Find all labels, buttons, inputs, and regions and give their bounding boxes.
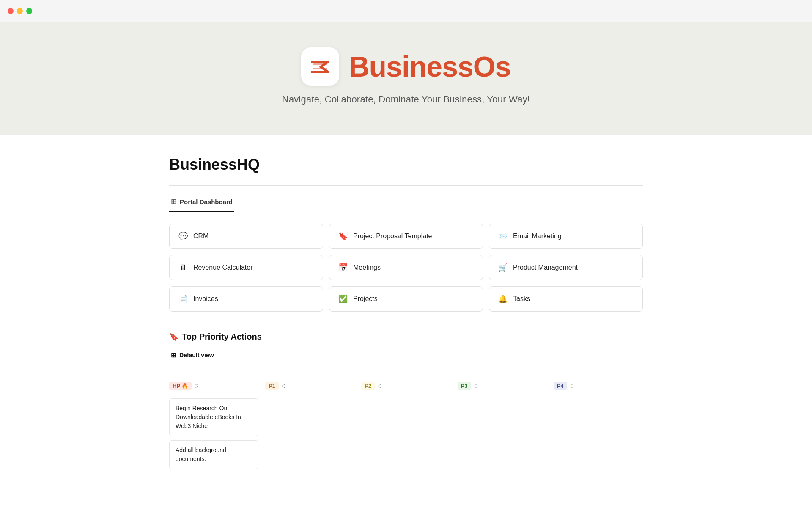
priority-count-hp: 2	[195, 383, 198, 389]
main-content: BusinessHQ ⊞ Portal Dashboard 💬 CRM 🔖 Pr…	[135, 135, 677, 494]
page-title: BusinessHQ	[169, 156, 643, 174]
divider	[169, 185, 643, 186]
priority-tab-bar: ⊞ Default view	[169, 348, 643, 364]
product-management-icon: 🛒	[498, 263, 508, 272]
priority-count-p3: 0	[475, 383, 478, 389]
badge-p1: P1	[265, 382, 279, 390]
revenue-calculator-label: Revenue Calculator	[193, 264, 253, 271]
meetings-label: Meetings	[353, 264, 381, 271]
card-meetings[interactable]: 📅 Meetings	[329, 255, 483, 280]
badge-p3: P3	[458, 382, 471, 390]
projects-label: Projects	[353, 295, 378, 303]
email-marketing-label: Email Marketing	[513, 232, 562, 240]
crm-label: CRM	[193, 232, 208, 240]
default-view-icon: ⊞	[171, 352, 176, 359]
card-email-marketing[interactable]: 📨 Email Marketing	[489, 224, 643, 249]
logo-icon	[301, 47, 339, 86]
hero-title: BusinessOs	[348, 50, 510, 83]
card-crm[interactable]: 💬 CRM	[169, 224, 323, 249]
dashboard-icon: ⊞	[171, 198, 176, 206]
priority-columns: HP 🔥 2 Begin Research On Downloadable eB…	[169, 373, 643, 469]
default-view-label: Default view	[179, 352, 214, 359]
priority-col-p4: P4 0	[554, 382, 643, 469]
projects-icon: ✅	[338, 294, 348, 304]
close-button[interactable]	[8, 8, 14, 14]
priority-label-hp: HP 🔥 2	[169, 382, 258, 390]
tab-default-view[interactable]: ⊞ Default view	[169, 348, 216, 364]
tab-portal-dashboard-label: Portal Dashboard	[180, 198, 233, 205]
tasks-label: Tasks	[513, 295, 530, 303]
priority-label-p4: P4 0	[554, 382, 643, 390]
email-marketing-icon: 📨	[498, 232, 508, 241]
invoices-icon: 📄	[178, 294, 188, 304]
priority-section-icon: 🔖	[169, 332, 178, 342]
hero-banner: BusinessOs Navigate, Collaborate, Domina…	[0, 22, 812, 135]
priority-col-hp: HP 🔥 2 Begin Research On Downloadable eB…	[169, 382, 258, 469]
card-tasks[interactable]: 🔔 Tasks	[489, 286, 643, 312]
badge-p2: P2	[361, 382, 375, 390]
badge-hp: HP 🔥	[169, 382, 192, 390]
priority-count-p4: 0	[571, 383, 574, 389]
task-card-2[interactable]: Add all background documents.	[169, 440, 258, 469]
product-management-label: Product Management	[513, 264, 578, 271]
tab-bar: ⊞ Portal Dashboard	[169, 193, 643, 212]
badge-p4: P4	[554, 382, 567, 390]
priority-count-p2: 0	[378, 383, 381, 389]
hero-title-dark: Business	[348, 50, 473, 83]
revenue-calculator-icon: 🖩	[178, 263, 188, 272]
card-project-proposal[interactable]: 🔖 Project Proposal Template	[329, 224, 483, 249]
tasks-icon: 🔔	[498, 294, 508, 304]
priority-col-p3: P3 0	[458, 382, 547, 469]
card-product-management[interactable]: 🛒 Product Management	[489, 255, 643, 280]
priority-section-header: 🔖 Top Priority Actions	[169, 332, 643, 342]
invoices-label: Invoices	[193, 295, 218, 303]
priority-count-p1: 0	[282, 383, 285, 389]
hero-title-accent: Os	[473, 50, 511, 83]
card-revenue-calculator[interactable]: 🖩 Revenue Calculator	[169, 255, 323, 280]
hero-subtitle: Navigate, Collaborate, Dominate Your Bus…	[282, 94, 530, 105]
priority-label-p1: P1 0	[265, 382, 354, 390]
tab-portal-dashboard[interactable]: ⊞ Portal Dashboard	[169, 193, 234, 212]
priority-label-p2: P2 0	[361, 382, 450, 390]
card-grid: 💬 CRM 🔖 Project Proposal Template 📨 Emai…	[169, 224, 643, 312]
meetings-icon: 📅	[338, 263, 348, 272]
crm-icon: 💬	[178, 232, 188, 241]
hero-logo-group: BusinessOs	[301, 47, 510, 86]
task-card-1-text: Begin Research On Downloadable eBooks In…	[176, 405, 241, 429]
project-proposal-label: Project Proposal Template	[353, 232, 432, 240]
titlebar	[0, 0, 812, 22]
task-card-1[interactable]: Begin Research On Downloadable eBooks In…	[169, 398, 258, 436]
card-projects[interactable]: ✅ Projects	[329, 286, 483, 312]
logo-svg	[308, 54, 332, 79]
minimize-button[interactable]	[17, 8, 23, 14]
project-proposal-icon: 🔖	[338, 232, 348, 241]
card-invoices[interactable]: 📄 Invoices	[169, 286, 323, 312]
priority-col-p1: P1 0	[265, 382, 354, 469]
priority-label-p3: P3 0	[458, 382, 547, 390]
priority-col-p2: P2 0	[361, 382, 450, 469]
priority-section-title: Top Priority Actions	[182, 332, 262, 342]
maximize-button[interactable]	[26, 8, 32, 14]
task-card-2-text: Add all background documents.	[176, 447, 226, 462]
